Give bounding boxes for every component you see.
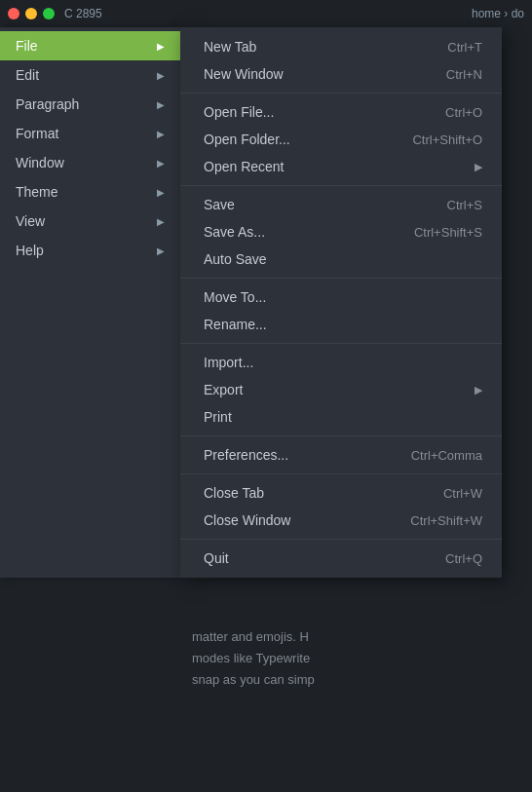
submenu-chevron-icon: ▶ (475, 161, 482, 173)
chevron-right-icon: ▶ (157, 70, 165, 81)
chevron-right-icon: ▶ (157, 245, 165, 256)
bg-footer-text: matter and emojis. H modes like Typewrit… (192, 626, 520, 691)
maximize-window-button[interactable] (43, 8, 55, 19)
menu-item-import-label: Import... (204, 355, 253, 370)
breadcrumb: home › do (472, 0, 532, 27)
menu-item-close-window-shortcut: Ctrl+Shift+W (410, 513, 482, 528)
menu-item-new-tab-label: New Tab (204, 39, 256, 55)
separator (180, 93, 502, 94)
menu-item-close-window-label: Close Window (204, 512, 290, 528)
minimize-window-button[interactable] (25, 8, 37, 19)
menu-item-quit-shortcut: Ctrl+Q (445, 551, 482, 566)
menu-item-save[interactable]: Save Ctrl+S (180, 191, 502, 218)
window-title: C 2895 (64, 7, 102, 20)
separator (180, 343, 502, 344)
menu-item-new-tab[interactable]: New Tab Ctrl+T (180, 33, 502, 60)
menu-item-move-to[interactable]: Move To... (180, 283, 502, 311)
sidebar-item-edit-label: Edit (16, 67, 39, 83)
menu-item-move-to-label: Move To... (204, 289, 266, 305)
sidebar-item-help[interactable]: Help ▶ (0, 236, 180, 265)
sidebar-item-file-label: File (16, 38, 38, 54)
close-window-button[interactable] (8, 8, 19, 19)
submenu-chevron-icon: ▶ (475, 384, 482, 396)
separator (180, 539, 502, 540)
menu-item-rename[interactable]: Rename... (180, 311, 502, 338)
menu-item-open-file[interactable]: Open File... Ctrl+O (180, 98, 502, 126)
separator (180, 278, 502, 279)
sidebar-item-edit[interactable]: Edit ▶ (0, 60, 180, 90)
menu-item-save-as-label: Save As... (204, 224, 265, 240)
sidebar-item-window-label: Window (16, 155, 64, 170)
menu-item-auto-save[interactable]: Auto Save (180, 245, 502, 273)
menu-item-export[interactable]: Export ▶ (180, 376, 502, 403)
menu-item-print[interactable]: Print (180, 403, 502, 431)
menu-item-close-tab[interactable]: Close Tab Ctrl+W (180, 479, 502, 507)
menu-item-save-as-shortcut: Ctrl+Shift+S (414, 225, 482, 240)
menu-item-new-window-label: New Window (204, 66, 284, 82)
menu-item-open-file-label: Open File... (204, 104, 274, 120)
menu-item-preferences[interactable]: Preferences... Ctrl+Comma (180, 441, 502, 469)
menu-item-auto-save-label: Auto Save (204, 251, 267, 267)
sidebar-item-help-label: Help (16, 243, 44, 258)
sidebar-item-file[interactable]: File ▶ (0, 31, 180, 60)
menu-item-print-label: Print (204, 409, 232, 425)
menu-item-new-window-shortcut: Ctrl+N (446, 67, 482, 82)
sidebar-item-format[interactable]: Format ▶ (0, 119, 180, 148)
menu-item-open-folder-shortcut: Ctrl+Shift+O (412, 132, 482, 147)
separator (180, 473, 502, 474)
menu-overlay: File ▶ Edit ▶ Paragraph ▶ Format ▶ Windo… (0, 27, 502, 578)
menu-item-export-label: Export (204, 382, 243, 397)
menu-item-new-window[interactable]: New Window Ctrl+N (180, 60, 502, 88)
sidebar-item-theme[interactable]: Theme ▶ (0, 177, 180, 207)
separator (180, 435, 502, 436)
sidebar-item-window[interactable]: Window ▶ (0, 148, 180, 177)
menu-item-open-folder[interactable]: Open Folder... Ctrl+Shift+O (180, 126, 502, 153)
breadcrumb-text: home › do (472, 7, 524, 20)
menu-item-preferences-shortcut: Ctrl+Comma (411, 448, 482, 463)
sidebar-menu: File ▶ Edit ▶ Paragraph ▶ Format ▶ Windo… (0, 27, 180, 578)
chevron-right-icon: ▶ (157, 99, 165, 110)
menu-item-open-recent-label: Open Recent (204, 159, 285, 174)
sidebar-item-view-label: View (16, 213, 45, 229)
menu-item-open-recent[interactable]: Open Recent ▶ (180, 153, 502, 180)
title-bar: C 2895 home › do (0, 0, 532, 27)
menu-item-save-shortcut: Ctrl+S (447, 198, 482, 212)
chevron-right-icon: ▶ (157, 129, 165, 139)
sidebar-item-paragraph-label: Paragraph (16, 96, 79, 112)
chevron-right-icon: ▶ (157, 158, 165, 169)
chevron-right-icon: ▶ (157, 41, 165, 52)
menu-item-quit-label: Quit (204, 550, 229, 566)
sidebar-item-paragraph[interactable]: Paragraph ▶ (0, 90, 180, 119)
menu-item-preferences-label: Preferences... (204, 447, 288, 463)
separator (180, 185, 502, 186)
sidebar-item-view[interactable]: View ▶ (0, 207, 180, 236)
menu-item-close-tab-shortcut: Ctrl+W (443, 486, 482, 501)
menu-item-close-window[interactable]: Close Window Ctrl+Shift+W (180, 507, 502, 534)
menu-item-save-label: Save (204, 197, 235, 212)
menu-item-close-tab-label: Close Tab (204, 485, 264, 501)
file-dropdown-menu: New Tab Ctrl+T New Window Ctrl+N Open Fi… (180, 27, 502, 578)
menu-item-new-tab-shortcut: Ctrl+T (447, 40, 482, 55)
sidebar-item-theme-label: Theme (16, 184, 58, 200)
menu-item-rename-label: Rename... (204, 317, 267, 332)
window-controls (8, 8, 55, 19)
menu-item-save-as[interactable]: Save As... Ctrl+Shift+S (180, 218, 502, 245)
chevron-right-icon: ▶ (157, 187, 165, 198)
chevron-right-icon: ▶ (157, 216, 165, 227)
menu-item-open-folder-label: Open Folder... (204, 132, 290, 147)
menu-item-open-file-shortcut: Ctrl+O (445, 105, 482, 120)
menu-item-import[interactable]: Import... (180, 349, 502, 376)
sidebar-item-format-label: Format (16, 126, 58, 141)
menu-item-quit[interactable]: Quit Ctrl+Q (180, 545, 502, 572)
